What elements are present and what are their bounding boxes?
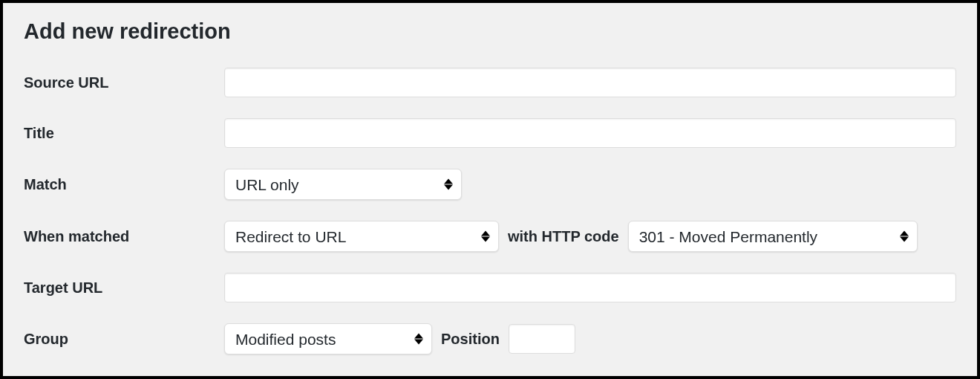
label-group: Group — [24, 331, 224, 348]
http-code-select[interactable]: 301 - Moved Permanently — [628, 221, 918, 252]
title-input[interactable] — [224, 118, 956, 148]
label-source-url: Source URL — [24, 74, 224, 91]
match-select[interactable]: URL only — [224, 169, 462, 200]
redirection-panel: Add new redirection Source URL Title Mat… — [3, 3, 977, 376]
position-input[interactable] — [509, 324, 575, 354]
source-url-input[interactable] — [224, 68, 956, 97]
label-match: Match — [24, 176, 224, 193]
row-target-url: Target URL — [24, 273, 956, 302]
label-with-code: with HTTP code — [508, 228, 619, 245]
page-title: Add new redirection — [24, 19, 956, 44]
row-title: Title — [24, 118, 956, 148]
label-title: Title — [24, 125, 224, 142]
row-when-matched: When matched Redirect to URL with HTTP c… — [24, 221, 956, 252]
row-group: Group Modified posts Position — [24, 323, 956, 354]
group-select[interactable]: Modified posts — [224, 323, 432, 354]
row-match: Match URL only — [24, 169, 956, 200]
row-source-url: Source URL — [24, 68, 956, 97]
action-select[interactable]: Redirect to URL — [224, 221, 499, 252]
label-target-url: Target URL — [24, 279, 224, 297]
target-url-input[interactable] — [224, 273, 956, 302]
label-position: Position — [441, 331, 500, 348]
label-when-matched: When matched — [24, 228, 224, 245]
